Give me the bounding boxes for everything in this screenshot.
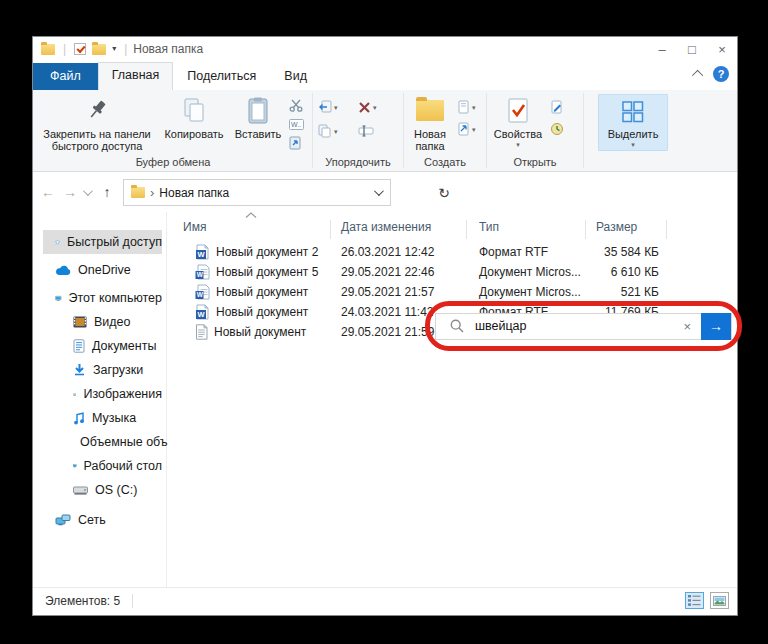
file-size: 6 610 КБ: [586, 265, 667, 279]
dropdown-icon: ▾: [472, 126, 476, 133]
easy-access-button[interactable]: ▾: [457, 121, 476, 137]
window-title: Новая папка: [133, 42, 203, 56]
cut-button[interactable]: [289, 97, 304, 113]
word-rtf-file-icon: W: [195, 304, 210, 320]
thumbnail-view-button[interactable]: [710, 592, 729, 609]
file-list: Имя Дата изменения Тип Размер W Новый до…: [167, 212, 737, 587]
search-box[interactable]: швейцар × →: [435, 313, 732, 340]
paste-shortcut-button[interactable]: [289, 135, 304, 151]
tab-view[interactable]: Вид: [270, 63, 321, 90]
ribbon-group-create: Новая папка ▾ ▾ Создать: [405, 90, 485, 171]
sidebar-item-os-c-drive[interactable]: OS (C:): [43, 478, 162, 502]
rename-button[interactable]: [358, 123, 398, 139]
forward-icon[interactable]: →: [59, 184, 81, 200]
paste-button[interactable]: Вставить: [229, 93, 287, 140]
tab-file[interactable]: Файл: [33, 63, 98, 90]
dropdown-icon: ▾: [334, 128, 338, 135]
tab-share[interactable]: Поделиться: [173, 63, 270, 90]
new-folder-button[interactable]: Новая папка: [405, 93, 455, 152]
scissors-icon: [289, 99, 303, 112]
sidebar-item-label: Музыка: [92, 411, 136, 425]
back-icon[interactable]: ←: [37, 184, 59, 200]
sidebar-item-documents[interactable]: Документы: [43, 334, 162, 358]
ribbon-tab-row: Файл Главная Поделиться Вид ?: [33, 61, 737, 90]
collapse-ribbon-icon[interactable]: [692, 70, 703, 81]
copy-to-button[interactable]: ▾: [318, 123, 358, 139]
properties-quick-icon[interactable]: [74, 43, 86, 55]
sidebar-item-pictures[interactable]: Изображения: [43, 382, 162, 406]
history-button[interactable]: [550, 121, 564, 137]
close-button[interactable]: ×: [707, 37, 737, 61]
breadcrumb-path[interactable]: Новая папка: [159, 186, 372, 200]
documents-icon: [73, 339, 85, 353]
sidebar-item-onedrive[interactable]: OneDrive: [43, 258, 162, 282]
minimize-button[interactable]: –: [647, 37, 677, 61]
dropdown-icon: ▾: [516, 141, 520, 148]
sidebar-item-desktop[interactable]: Рабочий стол: [43, 454, 162, 478]
details-view-button[interactable]: [685, 592, 704, 609]
dropdown-icon: ▾: [631, 141, 635, 148]
sidebar-item-quick-access[interactable]: Быстрый доступ: [43, 230, 162, 254]
pin-to-quick-access-button[interactable]: Закрепить на панели быстрого доступа: [35, 93, 159, 152]
search-go-button[interactable]: →: [701, 313, 731, 340]
svg-text:W: W: [197, 291, 204, 298]
file-name: Новый документ: [216, 305, 308, 319]
sidebar-item-network[interactable]: Сеть: [43, 508, 162, 532]
dropdown-icon: ▾: [334, 104, 338, 111]
file-row[interactable]: W Новый документ 5 29.05.2021 22:46 Доку…: [167, 262, 737, 282]
ribbon-separator: [403, 93, 404, 168]
column-header-name[interactable]: Имя: [167, 220, 331, 239]
music-icon: [73, 412, 85, 425]
file-type: Формат RTF: [467, 245, 586, 259]
search-input[interactable]: швейцар: [475, 319, 683, 333]
copy-icon: [182, 95, 206, 125]
file-name: Новый документ 5: [216, 265, 318, 279]
copy-button[interactable]: Копировать: [159, 93, 229, 140]
svg-text:W: W: [198, 250, 206, 259]
sidebar-item-music[interactable]: Музыка: [43, 406, 162, 430]
customize-toolbar-caret-icon[interactable]: ▾: [112, 45, 116, 53]
thumbnail-view-icon: [713, 596, 726, 606]
address-bar[interactable]: › Новая папка: [123, 179, 391, 206]
file-size: 521 КБ: [586, 285, 667, 299]
clear-search-icon[interactable]: ×: [683, 319, 691, 334]
items-count: Элементов: 5: [45, 594, 120, 608]
column-header-date[interactable]: Дата изменения: [331, 220, 467, 239]
delete-icon: [358, 101, 371, 114]
refresh-icon[interactable]: ↻: [431, 179, 457, 206]
file-row[interactable]: W Новый документ 29.05.2021 21:57 Докуме…: [167, 282, 737, 302]
edit-button[interactable]: [550, 99, 564, 115]
svg-text:W: W: [198, 310, 206, 319]
address-dropdown-icon[interactable]: [374, 186, 384, 196]
file-row[interactable]: W Новый документ 2 26.03.2021 12:42 Форм…: [167, 242, 737, 262]
navigation-bar: ← → ↑ › Новая папка ↻ швейцар × →: [33, 172, 737, 212]
maximize-button[interactable]: □: [677, 37, 707, 61]
sidebar-item-3d-objects[interactable]: Объемные объ: [43, 430, 162, 454]
status-separator: [132, 594, 133, 608]
delete-button[interactable]: ▾: [358, 99, 398, 115]
group-label-open: Открыть: [488, 155, 582, 171]
file-type: Документ Micros...: [467, 265, 586, 279]
sidebar-item-this-pc[interactable]: Этот компьютер: [43, 286, 162, 310]
up-icon[interactable]: ↑: [96, 184, 118, 200]
column-header-size[interactable]: Размер: [586, 220, 667, 239]
paste-icon: [247, 95, 269, 125]
group-label-select: [585, 167, 681, 171]
new-item-button[interactable]: ▾: [457, 99, 476, 115]
copy-path-button[interactable]: W..: [289, 116, 304, 132]
help-icon[interactable]: ?: [713, 66, 729, 82]
sidebar-item-videos[interactable]: Видео: [43, 310, 162, 334]
properties-button[interactable]: Свойства ▾: [488, 93, 548, 148]
pin-icon: [86, 95, 108, 125]
status-bar: Элементов: 5: [33, 587, 737, 614]
videos-icon: [73, 316, 87, 328]
titlebar: | ▾ | Новая папка – □ ×: [33, 37, 737, 61]
sidebar-item-label: Изображения: [83, 387, 162, 401]
recent-locations-icon[interactable]: [83, 186, 93, 196]
tab-home[interactable]: Главная: [98, 62, 174, 90]
sidebar-item-downloads[interactable]: Загрузки: [43, 358, 162, 382]
move-to-button[interactable]: ▾: [318, 99, 358, 115]
column-header-type[interactable]: Тип: [467, 220, 586, 239]
new-folder-quick-icon[interactable]: [92, 44, 106, 55]
select-button[interactable]: Выделить ▾: [598, 94, 669, 151]
